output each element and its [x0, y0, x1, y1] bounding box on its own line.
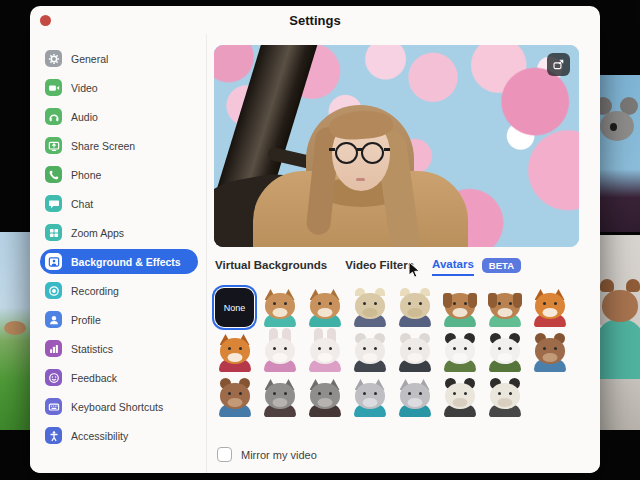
bear-body [596, 319, 640, 379]
avatar-gray-cat-2[interactable] [395, 378, 434, 417]
sidebar-item-label: Recording [71, 285, 119, 297]
avatar-brown-bear[interactable] [530, 333, 569, 372]
bunny-figure [263, 335, 297, 372]
polar-bear-figure [353, 335, 387, 372]
gear-icon [45, 50, 62, 67]
highland-cow-2-figure [398, 290, 432, 327]
sidebar-item-profile[interactable]: Profile [40, 307, 198, 332]
wolf-figure [263, 380, 297, 417]
sidebar-item-statistics[interactable]: Statistics [40, 336, 198, 361]
statistics-icon [45, 340, 62, 357]
bear-head [602, 290, 638, 322]
sidebar-item-label: Keyboard Shortcuts [71, 401, 163, 413]
sidebar-item-keyboard-shortcuts[interactable]: Keyboard Shortcuts [40, 394, 198, 419]
sidebar-item-general[interactable]: General [40, 46, 198, 71]
screen: Settings GeneralVideoAudioShare ScreenPh… [0, 0, 640, 480]
titlebar: Settings [30, 6, 600, 34]
avatar-highland-cow[interactable] [350, 288, 389, 327]
mirror-my-video-row[interactable]: Mirror my video [217, 447, 317, 462]
sidebar-item-background-effects[interactable]: Background & Effects [40, 249, 198, 274]
gallery-right-strip [598, 0, 640, 480]
sidebar-item-label: Background & Effects [71, 256, 181, 268]
avatar-wolf-2[interactable] [305, 378, 344, 417]
sidebar-item-label: Share Screen [71, 140, 135, 152]
sidebar-item-audio[interactable]: Audio [40, 104, 198, 129]
gray-cat-figure [353, 380, 387, 417]
person-mouth [356, 178, 365, 181]
tab-virtual-backgrounds[interactable]: Virtual Backgrounds [215, 259, 327, 275]
participant-video-tile [0, 70, 32, 230]
avatar-corgi-dog-2[interactable] [305, 288, 344, 327]
avatar-bw-cow[interactable] [440, 378, 479, 417]
tab-video-filters[interactable]: Video Filters [345, 259, 414, 275]
avatar-bw-cow-2[interactable] [485, 378, 524, 417]
background-effects-icon [45, 253, 62, 270]
tab-avatars[interactable]: Avatars [432, 258, 474, 276]
avatar-highland-cow-2[interactable] [395, 288, 434, 327]
avatar-fox[interactable] [530, 288, 569, 327]
popout-icon [552, 58, 565, 71]
feedback-icon [45, 369, 62, 386]
corgi-dog-figure [263, 290, 297, 327]
chat-icon [45, 195, 62, 212]
bear-avatar-video-tile [598, 235, 640, 430]
avatar-polar-bear[interactable] [350, 333, 389, 372]
mouse-avatar-video-tile [598, 75, 640, 232]
bw-cow-figure [443, 380, 477, 417]
avatar-puppy-dog[interactable] [440, 288, 479, 327]
fox-2-figure [218, 335, 252, 372]
sidebar-item-recording[interactable]: Recording [40, 278, 198, 303]
avatar-wolf[interactable] [260, 378, 299, 417]
avatar-brown-bear-2[interactable] [215, 378, 254, 417]
brown-bear-figure [533, 335, 567, 372]
popout-button[interactable] [547, 53, 570, 76]
main-content: Virtual BackgroundsVideo FiltersAvatarsB… [207, 34, 600, 473]
sidebar-item-label: Audio [71, 111, 98, 123]
wolf-2-figure [308, 380, 342, 417]
avatar-polar-bear-2[interactable] [395, 333, 434, 372]
sidebar-item-chat[interactable]: Chat [40, 191, 198, 216]
avatar-bunny[interactable] [260, 333, 299, 372]
puppy-dog-figure [443, 290, 477, 327]
gallery-left-strip [0, 0, 32, 480]
avatar-fox-2[interactable] [215, 333, 254, 372]
panda-2-figure [488, 335, 522, 372]
gray-cat-2-figure [398, 380, 432, 417]
mouse-head [600, 111, 634, 141]
video-camera-icon [45, 79, 62, 96]
sidebar-item-video[interactable]: Video [40, 75, 198, 100]
avatar-corgi-dog[interactable] [260, 288, 299, 327]
mirror-checkbox[interactable] [217, 447, 232, 462]
sidebar-item-label: Accessibility [71, 430, 128, 442]
video-preview [214, 45, 579, 247]
avatar [4, 321, 26, 335]
avatar-gray-cat[interactable] [350, 378, 389, 417]
tabs: Virtual BackgroundsVideo FiltersAvatarsB… [215, 258, 521, 276]
sidebar-item-zoom-apps[interactable]: Zoom Apps [40, 220, 198, 245]
avatar-grid: None [215, 288, 569, 417]
sidebar-item-label: Phone [71, 169, 101, 181]
corgi-dog-2-figure [308, 290, 342, 327]
fox-figure [533, 290, 567, 327]
avatar-none-button[interactable]: None [215, 288, 254, 327]
puppy-dog-2-figure [488, 290, 522, 327]
profile-icon [45, 311, 62, 328]
avatar-panda[interactable] [440, 333, 479, 372]
phone-icon [45, 166, 62, 183]
panda-figure [443, 335, 477, 372]
sidebar-item-label: General [71, 53, 108, 65]
beta-badge: BETA [482, 258, 521, 273]
sidebar-item-feedback[interactable]: Feedback [40, 365, 198, 390]
sidebar-item-accessibility[interactable]: Accessibility [40, 423, 198, 448]
participant-video-tile [0, 232, 32, 430]
settings-window: Settings GeneralVideoAudioShare ScreenPh… [30, 6, 600, 473]
record-icon [45, 282, 62, 299]
sidebar-item-label: Zoom Apps [71, 227, 124, 239]
mouse-eye [610, 123, 617, 131]
avatar-bunny-2[interactable] [305, 333, 344, 372]
avatar-panda-2[interactable] [485, 333, 524, 372]
sidebar-item-phone[interactable]: Phone [40, 162, 198, 187]
avatar-puppy-dog-2[interactable] [485, 288, 524, 327]
sidebar-item-share-screen[interactable]: Share Screen [40, 133, 198, 158]
polar-bear-2-figure [398, 335, 432, 372]
